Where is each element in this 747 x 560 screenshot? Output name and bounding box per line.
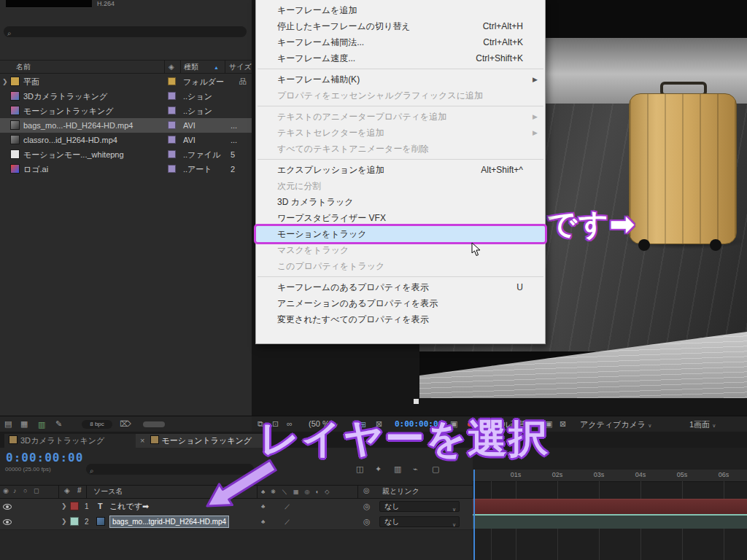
layer-row-selected[interactable]: ❯ 2 bags_mo...tgrid-HD_H264-HD.mp4 ♣ ／ ◎… bbox=[0, 514, 473, 530]
menu-item-keyframe-interpolation[interactable]: キーフレーム補間法...Ctrl+Alt+K bbox=[256, 34, 545, 50]
pen-icon[interactable]: ✎ bbox=[55, 420, 62, 428]
interpret-footage-icon[interactable]: ▥ bbox=[38, 420, 45, 429]
eye-icon[interactable] bbox=[3, 504, 12, 510]
item-name: classro...id_H264-HD.mp4 bbox=[23, 133, 117, 147]
column-name[interactable]: 名前 bbox=[16, 61, 31, 73]
composition-mini-flowchart-icon[interactable]: ◫ bbox=[356, 465, 363, 473]
label-chip[interactable] bbox=[168, 150, 176, 158]
project-row[interactable]: ロゴ.ai ..アート 2 bbox=[0, 162, 252, 176]
layer-number: 2 bbox=[85, 514, 89, 529]
bit-depth-button[interactable]: 8 bpc bbox=[82, 420, 112, 429]
project-search-input[interactable]: ⌕ bbox=[4, 26, 247, 37]
project-row[interactable]: classro...id_H264-HD.mp4 AVI ... bbox=[0, 133, 252, 147]
menu-item-3d-camera-track[interactable]: 3D カメラトラック bbox=[256, 194, 545, 210]
parent-select[interactable]: なし ∨ bbox=[379, 501, 460, 512]
time-ruler[interactable]: 01s 02s 03s 04s 05s 06s bbox=[473, 470, 747, 482]
hide-shy-layers-icon[interactable]: ▥ bbox=[394, 465, 401, 473]
tab-motion-tracking-active[interactable]: × モーショントラッキング ≡ bbox=[136, 434, 263, 448]
item-name: モーショントラッキング bbox=[23, 104, 114, 118]
layer-bar-video[interactable] bbox=[473, 514, 747, 529]
layer-handle[interactable] bbox=[414, 399, 419, 404]
menu-shortcut: Alt+Shift+^ bbox=[481, 162, 523, 178]
menu-item-add-expression[interactable]: エクスプレッションを追加Alt+Shift+^ bbox=[256, 162, 545, 178]
draft-3d-icon[interactable]: ✦ bbox=[375, 465, 382, 473]
label-chip[interactable] bbox=[168, 77, 176, 85]
menu-label: キーフレーム速度... bbox=[277, 53, 355, 63]
trash-icon[interactable]: ⌦ bbox=[120, 420, 131, 428]
menu-item-add-text-animator-property: テキストのアニメータープロパティを追加▶ bbox=[256, 109, 545, 125]
frame-blending-icon[interactable]: ⌁ bbox=[413, 465, 418, 473]
menu-item-reveal-modified-properties[interactable]: 変更されたすべてのプロパティを表示 bbox=[256, 311, 545, 327]
column-size[interactable]: サイズ bbox=[229, 61, 252, 73]
parent-value: なし bbox=[384, 518, 399, 526]
layer-name[interactable]: これです➡ bbox=[109, 499, 149, 514]
layer-name-selected[interactable]: bags_mo...tgrid-HD_H264-HD.mp4 bbox=[109, 516, 229, 528]
composition-icon bbox=[10, 106, 20, 115]
camera-view-select[interactable]: アクティブカメラ ∨ bbox=[580, 419, 651, 430]
label-chip[interactable] bbox=[168, 121, 176, 129]
illustrator-file-icon bbox=[10, 164, 20, 174]
column-source-name[interactable]: ソース名 bbox=[93, 486, 123, 497]
project-row[interactable]: 3Dカメラトラッキング ..ション bbox=[0, 89, 252, 104]
menu-item-keyframe-velocity[interactable]: キーフレーム速度...Ctrl+Shift+K bbox=[256, 50, 545, 66]
project-row[interactable]: モーショントラッキング ..ション bbox=[0, 104, 252, 118]
item-type: フォルダー bbox=[183, 74, 224, 89]
project-row[interactable]: モーションモー..._whitepng ..ファイル 5 bbox=[0, 147, 252, 162]
shy-switch-icon[interactable]: ♣ bbox=[261, 514, 265, 529]
menu-item-add-keyframe[interactable]: キーフレームを追加 bbox=[256, 2, 545, 18]
close-icon[interactable]: × bbox=[140, 436, 144, 445]
parent-select[interactable]: なし ∨ bbox=[379, 516, 460, 527]
menu-item-reveal-keyframed-properties[interactable]: キーフレームのあるプロパティを表示U bbox=[256, 279, 545, 295]
quality-switch-icon[interactable]: ／ bbox=[285, 514, 290, 529]
tab-3d-camera-tracking[interactable]: 3Dカメラトラッキング bbox=[4, 434, 139, 448]
project-row-selected[interactable]: bags_mo...-HD_H264-HD.mp4 AVI ... bbox=[0, 118, 252, 133]
pickwhip-icon[interactable]: ◎ bbox=[363, 499, 371, 514]
layer-color-chip[interactable] bbox=[70, 517, 79, 526]
menu-label: 次元に分割 bbox=[277, 181, 321, 191]
label-chip[interactable] bbox=[168, 106, 176, 114]
menu-label: キーフレームを追加 bbox=[277, 5, 357, 15]
codec-label: H.264 bbox=[97, 0, 115, 7]
menu-item-track-motion[interactable]: モーションをトラック bbox=[256, 226, 545, 242]
menu-item-keyframe-assistant[interactable]: キーフレーム補助(K)▶ bbox=[256, 71, 545, 88]
motion-blur-icon[interactable]: ▢ bbox=[432, 465, 439, 473]
layer-bar-text[interactable] bbox=[473, 499, 747, 514]
column-type[interactable]: 種類 bbox=[184, 61, 198, 73]
timeline-timecode[interactable]: 0:00:00:00 bbox=[6, 451, 83, 464]
transparency-grid-icon[interactable]: ⊠ bbox=[560, 420, 566, 428]
menu-separator bbox=[258, 106, 543, 106]
label-chip[interactable] bbox=[168, 165, 176, 173]
item-name: 3Dカメラトラッキング bbox=[23, 89, 107, 104]
current-time-indicator[interactable] bbox=[473, 470, 475, 560]
track-area[interactable]: 01s 02s 03s 04s 05s 06s bbox=[473, 448, 747, 560]
expand-caret-icon[interactable]: ❯ bbox=[2, 74, 8, 89]
text-layer-icon: T bbox=[98, 499, 103, 514]
composition-icon bbox=[10, 91, 20, 101]
label-chip[interactable] bbox=[168, 92, 176, 100]
pickwhip-column-icon: ◎ bbox=[363, 486, 370, 494]
pickwhip-icon[interactable]: ◎ bbox=[363, 514, 371, 529]
menu-item-remove-all-text-animators: すべてのテキストアニメーターを削除 bbox=[256, 141, 545, 157]
menu-label: キーフレーム補間法... bbox=[277, 37, 364, 47]
quality-switch-icon[interactable]: ／ bbox=[285, 499, 290, 514]
eye-icon[interactable] bbox=[3, 519, 12, 525]
label-chip[interactable] bbox=[168, 136, 176, 144]
scroll-thumb[interactable] bbox=[143, 421, 165, 427]
expand-caret-icon[interactable]: ❯ bbox=[61, 514, 67, 529]
menu-item-warp-stabilizer[interactable]: ワープスタビライザー VFX bbox=[256, 210, 545, 226]
menu-item-reveal-animated-properties[interactable]: アニメーションのあるプロパティを表示 bbox=[256, 295, 545, 311]
mouse-cursor bbox=[471, 242, 481, 257]
expand-caret-icon[interactable]: ❯ bbox=[61, 499, 67, 514]
menu-item-toggle-hold-keyframe[interactable]: 停止したキーフレームの切り替えCtrl+Alt+H bbox=[256, 18, 545, 34]
project-row[interactable]: ❯ 平面 フォルダー 品 bbox=[0, 74, 252, 89]
frame-info: 00000 (25.00 fps) bbox=[5, 466, 51, 472]
project-column-header[interactable]: 名前 ◈ 種類 ▲ サイズ bbox=[0, 60, 252, 74]
panel-icon[interactable]: ▤ bbox=[4, 420, 12, 428]
thumbnail-icon[interactable]: ▦ bbox=[20, 420, 28, 428]
view-layout-select[interactable]: 1画面 ∨ bbox=[689, 419, 716, 430]
column-number[interactable]: # bbox=[77, 486, 82, 494]
suitcase-wheel bbox=[710, 239, 721, 251]
layer-color-chip[interactable] bbox=[70, 502, 79, 510]
menu-label: プロパティをエッセンシャルグラフィックスに追加 bbox=[277, 90, 483, 101]
column-parent-link[interactable]: 親とリンク bbox=[382, 486, 419, 497]
